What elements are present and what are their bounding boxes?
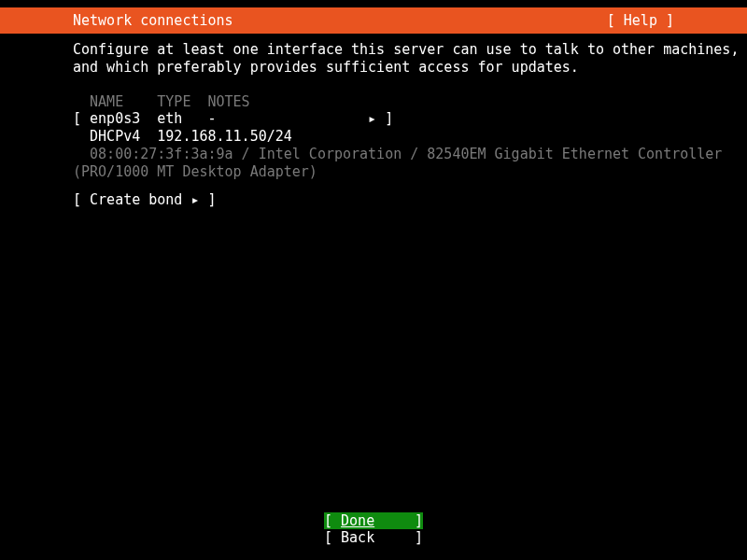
bracket-right: ]	[415, 512, 423, 530]
table-headers: NAME TYPE NOTES	[73, 93, 674, 111]
bracket-left: [	[324, 512, 341, 529]
bottom-buttons: [ Done ] [ Back ]	[0, 512, 747, 548]
hardware-info: 08:00:27:3f:3a:9a / Intel Corporation / …	[73, 146, 674, 181]
back-button[interactable]: [ Back ]	[324, 529, 423, 547]
dhcp-row: DHCPv4 192.168.11.50/24	[73, 128, 674, 146]
bracket-right: ]	[415, 529, 423, 547]
interface-row[interactable]: [ enp0s3 eth - ▸ ]	[73, 110, 674, 128]
done-label: Done	[341, 512, 374, 529]
done-button[interactable]: [ Done ]	[324, 512, 423, 530]
back-label: Back	[341, 529, 374, 546]
create-bond-button[interactable]: [ Create bond ▸ ]	[73, 191, 674, 209]
bracket-left: [	[324, 529, 341, 546]
header-bar: Network connections [ Help ]	[0, 7, 747, 34]
description-text: Configure at least one interface this se…	[73, 41, 674, 77]
page-title: Network connections	[73, 12, 233, 30]
help-button[interactable]: [ Help ]	[607, 12, 674, 30]
main-content: Configure at least one interface this se…	[0, 34, 747, 209]
